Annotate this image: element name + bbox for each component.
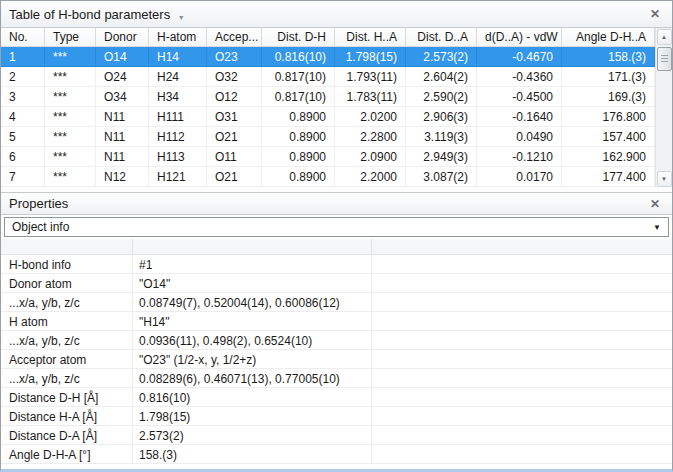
table-cell: 2.573(2) — [406, 47, 477, 67]
property-row[interactable]: Donor atom"O14" — [1, 274, 672, 293]
property-row[interactable]: H-bond info#1 — [1, 255, 672, 274]
table-panel-titlebar: Table of H-bond parameters ▾ ✕ — [1, 1, 672, 28]
property-row[interactable]: Acceptor atom"O23" (1/2-x, y, 1/2+z) — [1, 350, 672, 369]
property-name: ...x/a, y/b, z/c — [1, 331, 133, 349]
column-header-angle-dha[interactable]: Angle D-H..A — [562, 28, 655, 47]
table-cell: 3.087(2) — [406, 167, 477, 187]
property-grid-body: H-bond info#1Donor atom"O14"...x/a, y/b,… — [1, 255, 672, 464]
column-header-type[interactable]: Type — [45, 28, 96, 47]
table-cell: 3.119(3) — [406, 127, 477, 147]
column-header-h-atom[interactable]: H-atom — [149, 28, 207, 47]
property-grid-header-extra — [372, 239, 672, 254]
property-extra-cell — [372, 388, 672, 406]
property-name: Distance H-A [Å] — [1, 407, 133, 425]
dropdown-selected-value: Object info — [12, 220, 69, 234]
table-cell: 7 — [1, 167, 45, 187]
column-header-acceptor[interactable]: Accep... — [207, 28, 262, 47]
table-cell: -0.4360 — [477, 67, 562, 87]
table-row[interactable]: 2***O24H24O320.817(10)1.793(11)2.604(2)-… — [1, 67, 655, 87]
table-cell: *** — [45, 107, 96, 127]
table-cell: 0.0170 — [477, 167, 562, 187]
table-row[interactable]: 4***N11H111O310.89002.02002.906(3)-0.164… — [1, 107, 655, 127]
property-row[interactable]: Distance D-H [Å]0.816(10) — [1, 388, 672, 407]
table-cell: H111 — [149, 107, 207, 127]
table-cell: N11 — [96, 127, 149, 147]
table-cell: 0.0490 — [477, 127, 562, 147]
property-value: 1.798(15) — [133, 407, 372, 425]
properties-panel-title: Properties — [9, 196, 68, 211]
scroll-down-icon[interactable]: ▼ — [657, 171, 672, 187]
table-header-row: No.TypeDonorH-atomAccep...Dist. D-HDist.… — [1, 28, 655, 47]
property-row[interactable]: Angle D-H-A [°]158.(3) — [1, 445, 672, 464]
table-cell: O21 — [207, 167, 262, 187]
table-cell: O11 — [207, 147, 262, 167]
table-row[interactable]: 7***N12H121O210.89002.20003.087(2)0.0170… — [1, 167, 655, 187]
property-extra-cell — [372, 369, 672, 387]
table-cell: 1 — [1, 47, 45, 67]
property-grid-header-name — [1, 239, 133, 254]
scroll-up-icon[interactable]: ▲ — [657, 29, 672, 45]
properties-selector-row: Object info ▼ — [1, 215, 672, 239]
table-cell: 176.800 — [562, 107, 655, 127]
column-header-dist-d-h[interactable]: Dist. D-H — [262, 28, 335, 47]
table-cell: H24 — [149, 67, 207, 87]
property-value: #1 — [133, 255, 372, 273]
column-header-dist-h-a[interactable]: Dist. H..A — [335, 28, 406, 47]
table-cell: 6 — [1, 147, 45, 167]
table-row[interactable]: 5***N11H112O210.89002.28003.119(3)0.0490… — [1, 127, 655, 147]
object-info-dropdown[interactable]: Object info ▼ — [4, 217, 669, 237]
table-cell: -0.4670 — [477, 47, 562, 67]
property-grid-header-value — [133, 239, 372, 254]
table-cell: 2.604(2) — [406, 67, 477, 87]
property-value: 0.08749(7), 0.52004(14), 0.60086(12) — [133, 293, 372, 311]
property-value: 2.573(2) — [133, 426, 372, 444]
vertical-scrollbar[interactable]: ▲ ▼ — [655, 28, 672, 187]
table-cell: 0.817(10) — [262, 87, 335, 107]
table-cell: H112 — [149, 127, 207, 147]
scrollbar-thumb[interactable] — [657, 47, 672, 71]
properties-panel-close-icon[interactable]: ✕ — [646, 198, 664, 210]
property-value: "O14" — [133, 274, 372, 292]
property-extra-cell — [372, 293, 672, 311]
table-cell: 2.906(3) — [406, 107, 477, 127]
column-header-d-vdw[interactable]: d(D..A) - vdW — [477, 28, 562, 47]
table-cell: 157.400 — [562, 127, 655, 147]
table-cell: 177.400 — [562, 167, 655, 187]
table-cell: 158.(3) — [562, 47, 655, 67]
panel-menu-chevron-icon[interactable]: ▾ — [179, 13, 183, 22]
table-cell: H14 — [149, 47, 207, 67]
table-cell: 169.(3) — [562, 87, 655, 107]
table-cell: -0.1210 — [477, 147, 562, 167]
column-header-no[interactable]: No. — [1, 28, 45, 47]
table-cell: 162.900 — [562, 147, 655, 167]
table-panel-close-icon[interactable]: ✕ — [646, 8, 664, 20]
table-cell: *** — [45, 167, 96, 187]
property-grid-header — [1, 239, 672, 255]
property-row[interactable]: ...x/a, y/b, z/c0.08749(7), 0.52004(14),… — [1, 293, 672, 312]
table-cell: O31 — [207, 107, 262, 127]
table-row[interactable]: 6***N11H113O110.89002.09002.949(3)-0.121… — [1, 147, 655, 167]
bottom-filler — [1, 464, 672, 469]
table-cell: -0.4500 — [477, 87, 562, 107]
property-row[interactable]: ...x/a, y/b, z/c0.08289(6), 0.46071(13),… — [1, 369, 672, 388]
property-extra-cell — [372, 312, 672, 330]
table-row[interactable]: 3***O34H34O120.817(10)1.783(11)2.590(2)-… — [1, 87, 655, 107]
column-header-dist-d-a[interactable]: Dist. D..A — [406, 28, 477, 47]
property-row[interactable]: Distance D-A [Å]2.573(2) — [1, 426, 672, 445]
table-cell: O32 — [207, 67, 262, 87]
table-cell: N12 — [96, 167, 149, 187]
property-name: Distance D-H [Å] — [1, 388, 133, 406]
property-row[interactable]: ...x/a, y/b, z/c0.0936(11), 0.498(2), 0.… — [1, 331, 672, 350]
table-panel-title: Table of H-bond parameters — [9, 7, 170, 22]
property-extra-cell — [372, 331, 672, 349]
table-cell: O24 — [96, 67, 149, 87]
property-row[interactable]: Distance H-A [Å]1.798(15) — [1, 407, 672, 426]
table-cell: *** — [45, 87, 96, 107]
table-row[interactable]: 1***O14H14O230.816(10)1.798(15)2.573(2)-… — [1, 47, 655, 67]
column-header-donor[interactable]: Donor — [96, 28, 149, 47]
dropdown-arrow-icon: ▼ — [653, 223, 661, 232]
property-row[interactable]: H atom"H14" — [1, 312, 672, 331]
table-cell: H113 — [149, 147, 207, 167]
table-cell: 4 — [1, 107, 45, 127]
table-cell: 0.8900 — [262, 147, 335, 167]
